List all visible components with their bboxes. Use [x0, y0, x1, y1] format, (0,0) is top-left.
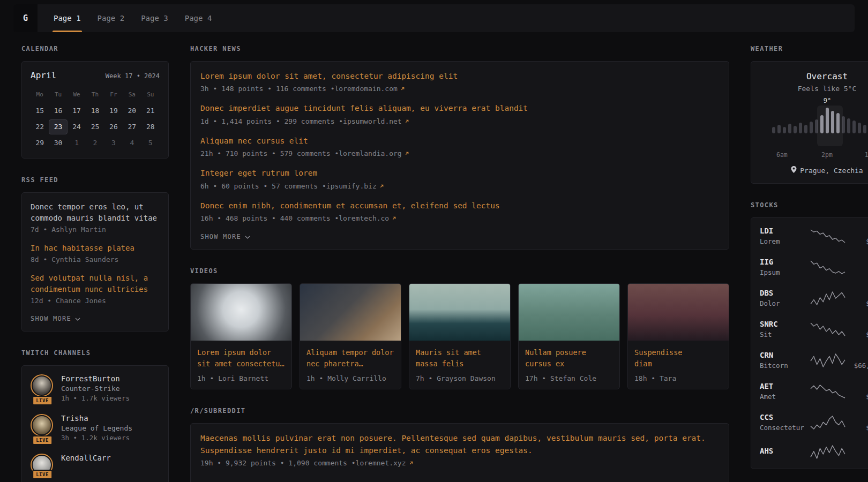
calendar-day: 29	[31, 135, 49, 150]
hn-show-more-button[interactable]: SHOW MORE	[200, 233, 250, 240]
video-title[interactable]: Nullam posuere cursus ex	[525, 347, 613, 370]
rss-item: Sed volutpat nulla nisl, a condimentum n…	[31, 273, 160, 305]
calendar-dow: We	[68, 88, 86, 102]
video-card[interactable]: Aliquam tempor dolor nec pharetra… 1h • …	[300, 283, 401, 389]
app-logo[interactable]: G	[13, 4, 38, 32]
hn-item-info: 1d • 1,414 points • 299 comments •	[200, 117, 343, 125]
external-link-icon	[405, 119, 409, 124]
calendar-day: 18	[86, 103, 104, 118]
calendar-widget: CALENDAR April Week 17 • 2024 Mo Tu We T…	[21, 45, 169, 159]
twitch-channel[interactable]: LIVE KendallCarr	[31, 454, 160, 476]
hn-item-title[interactable]: Aliquam nec cursus elit	[200, 135, 719, 147]
stock-row[interactable]: CCS Consectetur +0.51% $165.84	[760, 413, 868, 432]
stock-id: AHS	[760, 447, 805, 457]
video-body: Suspendisse diam 18h • Tara	[628, 341, 729, 389]
video-card[interactable]: Nullam posuere cursus ex 17h • Stefan Co…	[518, 283, 620, 389]
stock-row[interactable]: SNRC Sit +1.36% $148.64	[760, 320, 868, 338]
stock-row[interactable]: CRN Bitcorn -1.00% $66,171.48	[760, 351, 868, 370]
stock-row[interactable]: AHS +0.46%	[760, 444, 868, 460]
hn-item-domain[interactable]: loremtech.co	[339, 214, 389, 222]
channel-name[interactable]: KendallCarr	[61, 454, 111, 462]
external-link-icon	[392, 216, 396, 221]
calendar-day: 28	[141, 119, 160, 134]
stock-id: LDI Lorem	[760, 227, 805, 245]
stock-row[interactable]: AET Amet +0.92% $499.72	[760, 382, 868, 401]
hn-item-domain[interactable]: ipsumworld.net	[343, 117, 402, 125]
weather-temp-label: 9°	[824, 97, 831, 104]
tab-page-4[interactable]: Page 4	[184, 4, 213, 32]
video-card[interactable]: Suspendisse diam 18h • Tara	[627, 283, 729, 389]
tab-page-2[interactable]: Page 2	[96, 4, 126, 32]
stock-values: +4.35% $795.18	[850, 227, 868, 245]
weather-card: Overcast Feels like 5°C 9° 6am 2pm 10pm …	[751, 61, 868, 184]
subreddit-post-domain[interactable]: loremnet.xyz	[356, 459, 406, 467]
channel-name[interactable]: Trisha	[61, 414, 88, 423]
stock-values: -1.00% $66,171.48	[850, 351, 868, 370]
stock-name: Bitcorn	[760, 362, 805, 370]
rss-item-title[interactable]: In hac habitasse platea	[31, 243, 160, 254]
video-title[interactable]: Lorem ipsum dolor sit amet consectetu…	[197, 347, 285, 370]
rss-item-title[interactable]: Donec tempor eros leo, ut commodo mauris…	[31, 201, 160, 224]
hn-item-info: 16h • 468 points • 440 comments •	[200, 214, 339, 222]
calendar-day-next-month: 4	[123, 135, 141, 150]
tab-page-1[interactable]: Page 1	[53, 4, 82, 32]
tab-page-3[interactable]: Page 3	[140, 4, 169, 32]
weather-bar	[777, 125, 781, 133]
hn-item-domain[interactable]: ipsumify.biz	[326, 182, 377, 190]
stocks-card: LDI Lorem +4.35% $795.18 IIG Ipsum	[751, 217, 868, 469]
hn-item: Integer eget rutrum lorem 6h • 60 points…	[200, 167, 719, 190]
video-card[interactable]: Mauris sit amet massa felis 7h • Grayson…	[409, 283, 511, 389]
stock-id: DBS Dolor	[760, 289, 805, 307]
video-meta: 18h • Tara	[634, 374, 722, 382]
rss-item: In hac habitasse platea 8d • Cynthia Sau…	[31, 243, 160, 263]
stock-change: +0.51%	[850, 413, 868, 421]
subreddit-post: Maecenas mollis pulvinar erat non posuer…	[200, 432, 719, 467]
stock-sparkline	[810, 259, 845, 275]
video-title[interactable]: Suspendisse diam	[634, 347, 722, 370]
stock-name: Consectetur	[760, 424, 805, 432]
calendar-day-selected: 23	[49, 119, 67, 134]
hn-item-title[interactable]: Integer eget rutrum lorem	[200, 167, 719, 179]
video-card[interactable]: Lorem ipsum dolor sit amet consectetu… 1…	[190, 283, 292, 389]
stock-price: $148.64	[850, 330, 868, 338]
calendar-dow: Mo	[31, 88, 49, 102]
live-badge: LIVE	[32, 435, 53, 445]
video-title[interactable]: Aliquam tempor dolor nec pharetra…	[306, 347, 394, 370]
hn-item-title[interactable]: Donec enim nibh, condimentum et accumsan…	[200, 200, 719, 212]
channel-avatar	[31, 414, 53, 436]
calendar-day: 21	[141, 103, 160, 118]
hn-item-info: 21h • 710 points • 579 comments •	[200, 149, 339, 157]
twitch-channel[interactable]: LIVE Trisha League of Legends 3h • 1.2k …	[31, 414, 160, 442]
rss-show-more-label: SHOW MORE	[31, 315, 71, 322]
hn-item: Lorem ipsum dolor sit amet, consectetur …	[200, 70, 719, 93]
hn-item-title[interactable]: Lorem ipsum dolor sit amet, consectetur …	[200, 70, 719, 82]
video-thumbnail	[628, 284, 729, 341]
rss-show-more-button[interactable]: SHOW MORE	[31, 315, 80, 322]
stock-values: +2.84% $42.04	[850, 258, 868, 276]
hn-item-title[interactable]: Donec imperdiet augue tincidunt felis al…	[200, 102, 719, 114]
rss-item-title[interactable]: Sed volutpat nulla nisl, a condimentum n…	[31, 273, 160, 295]
stock-row[interactable]: DBS Dolor +1.42% $156.28	[760, 289, 868, 307]
stock-name: Sit	[760, 330, 805, 338]
channel-name[interactable]: ForrestBurton	[61, 374, 120, 383]
chevron-down-icon	[245, 233, 250, 240]
twitch-channel[interactable]: LIVE ForrestBurton Counter-Strike 1h • 1…	[31, 374, 160, 402]
top-navigation-bar: G Page 1 Page 2 Page 3 Page 4	[13, 4, 855, 32]
hn-item-domain[interactable]: loremlandia.org	[339, 149, 401, 157]
hn-item-domain[interactable]: loremdomain.com	[334, 85, 397, 93]
stock-row[interactable]: LDI Lorem +4.35% $795.18	[760, 227, 868, 245]
hacker-news-widget: HACKER NEWS Lorem ipsum dolor sit amet, …	[190, 45, 729, 250]
weather-bar-chart	[760, 106, 868, 133]
weather-bar	[794, 126, 797, 133]
channel-meta: 1h • 1.7k viewers	[61, 394, 130, 402]
video-thumbnail	[300, 284, 401, 341]
subreddit-post-title[interactable]: Maecenas mollis pulvinar erat non posuer…	[200, 432, 719, 456]
channel-avatar	[31, 374, 53, 397]
stock-row[interactable]: IIG Ipsum +2.84% $42.04	[760, 258, 868, 276]
stock-sparkline	[810, 415, 845, 431]
video-title[interactable]: Mauris sit amet massa felis	[416, 347, 504, 370]
page-tabs: Page 1 Page 2 Page 3 Page 4	[53, 4, 213, 32]
calendar-day: 15	[31, 103, 49, 118]
chevron-down-icon	[75, 315, 80, 322]
stocks-widget: STOCKS LDI Lorem +4.35% $795.18 IIG	[751, 201, 868, 469]
